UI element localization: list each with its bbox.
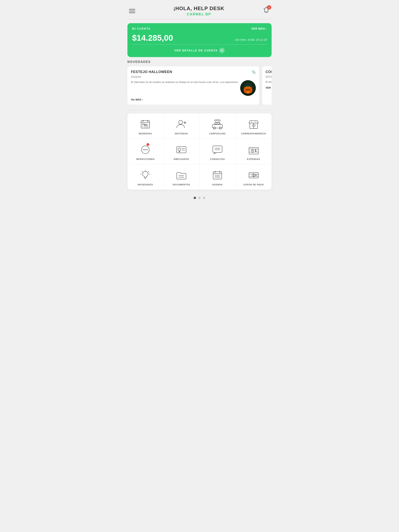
attachment-icon: 📎 xyxy=(251,70,256,74)
grid-item-carpooling[interactable]: CARPOOLING xyxy=(200,113,236,139)
svg-point-27 xyxy=(217,119,218,121)
menu-button[interactable] xyxy=(128,8,136,14)
grid-label-invitados: INVITADOS xyxy=(175,133,188,135)
novedades-section: NOVEDADES FESTEJO HALLOWEEN 📎 31/10/19 E… xyxy=(123,60,276,105)
grid-item-invitados[interactable]: INVITADOS xyxy=(163,113,200,139)
header-center: ¡HOLA, HELP DESK CARMEL BP xyxy=(136,6,262,16)
grid-label-correspondencia: CORRESPONDENCIA xyxy=(241,133,266,135)
lightbulb-icon xyxy=(140,169,151,181)
grid-label-infracciones: INFRACCIONES xyxy=(136,158,155,160)
folder-icon xyxy=(175,169,187,181)
section-divider xyxy=(127,110,272,110)
grid-label-empleados: EMPLEADOS xyxy=(174,158,189,160)
svg-rect-31 xyxy=(218,123,219,124)
svg-rect-63 xyxy=(213,172,222,179)
account-detail-button[interactable]: VER DETALLE DE CUENTA ▾ xyxy=(132,44,267,53)
novedades-title: NOVEDADES xyxy=(127,60,272,64)
grid-item-empleados[interactable]: EMPLEADOS xyxy=(163,139,200,164)
pagination-dot-2[interactable] xyxy=(198,197,201,199)
svg-point-23 xyxy=(179,120,183,124)
svg-rect-6 xyxy=(248,86,248,88)
header-divider xyxy=(128,19,271,19)
grid-label-reservas: RESERVAS xyxy=(139,133,152,135)
header: ¡HOLA, HELP DESK CARMEL BP 1 xyxy=(123,0,276,19)
news-date-agua: 02/11/19 xyxy=(265,75,272,78)
grid-container: 31 RESERVAS xyxy=(127,113,272,190)
grid-label-agenda: AGENDA xyxy=(212,184,223,186)
grid-item-documentos[interactable]: DOCUMENTOS xyxy=(163,164,200,190)
infracciones-badge xyxy=(147,143,149,146)
account-label: MI CUENTA xyxy=(132,27,151,30)
header-subtitle: CARMEL BP xyxy=(136,12,262,16)
news-text-agua: El día lunes se estará realizando un cor… xyxy=(265,80,272,84)
svg-rect-29 xyxy=(212,125,223,128)
grid-item-correspondencia[interactable]: CORRESPONDENCIA xyxy=(236,113,272,139)
grid-row-3: NOVEDADES DOCUMENTOS xyxy=(127,164,272,190)
grid-item-reservas[interactable]: 31 RESERVAS xyxy=(127,113,163,139)
grid-label-novedades: NOVEDADES xyxy=(138,184,153,186)
grid-item-consultas[interactable]: CONSULTAS xyxy=(200,139,236,164)
id-card-icon xyxy=(175,144,187,156)
grid-row-2: INFRACCIONES EMPLEADOS xyxy=(127,139,272,164)
calendar-icon: 31 xyxy=(140,118,151,130)
account-card: MI CUENTA VER MÁS › $14.285,00 con Venc.… xyxy=(127,23,272,57)
pagination xyxy=(123,194,276,204)
grid-item-novedades[interactable]: NOVEDADES xyxy=(127,164,163,190)
account-card-header: MI CUENTA VER MÁS › xyxy=(132,27,267,30)
grid-item-cupon[interactable]: $ CUPÓN DE PAGO xyxy=(236,164,272,190)
person-add-icon xyxy=(175,118,187,130)
account-ver-mas[interactable]: VER MÁS › xyxy=(251,27,267,30)
grid-row-1: 31 RESERVAS xyxy=(127,113,272,139)
news-card-halloween: FESTEJO HALLOWEEN 📎 31/10/19 El miercole… xyxy=(127,66,259,105)
news-link-halloween[interactable]: Ver MÁS › xyxy=(131,98,256,101)
pagination-dot-3[interactable] xyxy=(203,197,205,199)
account-due: con Venc. el día: 15-11-19 xyxy=(235,38,267,41)
svg-rect-45 xyxy=(179,151,180,152)
minus-circle-icon xyxy=(140,144,151,156)
car-icon xyxy=(212,118,223,130)
header-title: ¡HOLA, HELP DESK xyxy=(136,6,262,12)
chat-icon xyxy=(212,144,223,156)
svg-rect-49 xyxy=(249,147,258,154)
grid-label-carpooling: CARPOOLING xyxy=(209,133,226,135)
grid-item-infracciones[interactable]: INFRACCIONES xyxy=(127,139,163,164)
svg-text:$: $ xyxy=(255,149,256,152)
svg-point-42 xyxy=(178,148,181,151)
box-icon xyxy=(248,118,259,130)
svg-rect-9 xyxy=(246,89,250,90)
grid-item-expensas[interactable]: $ EXPENSAS xyxy=(236,139,272,164)
news-text-halloween: El miercoles 31 de octubre se realizará … xyxy=(131,80,238,84)
news-date-halloween: 31/10/19 xyxy=(131,75,256,78)
news-title-halloween: FESTEJO HALLOWEEN xyxy=(131,70,172,74)
svg-line-58 xyxy=(148,171,149,172)
dollar-bill-icon: $ xyxy=(248,169,259,181)
news-scroll: FESTEJO HALLOWEEN 📎 31/10/19 El miercole… xyxy=(127,66,272,105)
news-image-halloween xyxy=(240,80,256,96)
app-container: ¡HOLA, HELP DESK CARMEL BP 1 MI CUENTA xyxy=(123,0,276,532)
svg-point-26 xyxy=(214,120,216,121)
chevron-down-icon: ▾ xyxy=(219,48,225,53)
svg-line-57 xyxy=(142,171,142,172)
pagination-dot-1[interactable] xyxy=(194,197,196,199)
grid-label-expensas: EXPENSAS xyxy=(247,158,260,160)
svg-rect-46 xyxy=(213,146,222,152)
grid-label-consultas: CONSULTAS xyxy=(210,158,225,160)
news-title-agua: CORTE DE AGUA xyxy=(265,70,272,74)
svg-point-28 xyxy=(219,120,220,121)
money-house-icon: $ xyxy=(248,144,259,156)
notification-badge: 1 xyxy=(267,5,271,10)
grid-label-cupon: CUPÓN DE PAGO xyxy=(243,184,264,186)
notification-button[interactable]: 1 xyxy=(262,6,271,16)
grid-label-documentos: DOCUMENTOS xyxy=(173,184,190,186)
news-link-agua[interactable]: VER MÁS › xyxy=(265,86,272,89)
calendar2-icon xyxy=(212,169,223,181)
account-amount: $14.285,00 xyxy=(132,33,173,43)
news-card-agua: CORTE DE AGUA 02/11/19 El día lunes se e… xyxy=(262,66,272,105)
grid-item-agenda[interactable]: AGENDA xyxy=(200,164,236,190)
